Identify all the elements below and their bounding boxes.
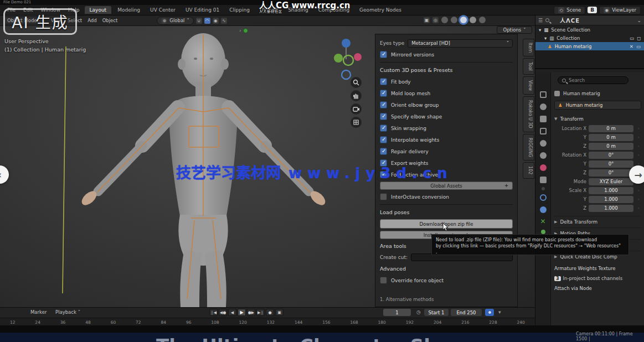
checkbox-checked-icon[interactable] bbox=[380, 90, 387, 97]
checkbox-checked-icon[interactable] bbox=[380, 51, 387, 58]
camera-view-icon[interactable] bbox=[351, 103, 362, 115]
workspace-tab[interactable]: Clipping bbox=[224, 6, 255, 14]
mirrored-checkbox-row[interactable]: Mirrored versions bbox=[380, 49, 513, 60]
keying-set-icon[interactable]: ▣ bbox=[275, 309, 284, 316]
snap-toggle-icon[interactable]: ◠ bbox=[204, 18, 210, 24]
properties-section-row[interactable]: ▶ Delta Transform bbox=[554, 216, 641, 227]
jump-start-icon[interactable]: ❘◀ bbox=[209, 309, 218, 316]
interoctave-checkbox-row[interactable]: InterOctave conversion bbox=[380, 191, 513, 203]
pose-checkbox-row[interactable]: Fit body bbox=[380, 76, 513, 87]
view-layer-icon[interactable] bbox=[540, 128, 547, 134]
transform-value-field[interactable]: 1.000 bbox=[589, 187, 633, 194]
current-frame-field[interactable]: 1 bbox=[383, 309, 411, 316]
frame-start-field[interactable]: Start 1 bbox=[424, 309, 449, 316]
transform-value-field[interactable]: 0° bbox=[589, 169, 633, 177]
sidebar-tab[interactable]: Rokoko U 3D bbox=[523, 96, 534, 132]
collapse-icon[interactable]: ▾ bbox=[498, 309, 501, 315]
prev-keyframe-icon[interactable]: ◀● bbox=[219, 309, 227, 316]
workspace-tab[interactable]: UV Center bbox=[145, 6, 181, 14]
play-reverse-icon[interactable]: ◀ bbox=[228, 309, 236, 316]
chevron-down-icon[interactable]: ⌄ bbox=[637, 18, 641, 23]
zoom-icon[interactable] bbox=[351, 77, 362, 88]
frame-end-field[interactable]: End 250 bbox=[451, 309, 482, 316]
transform-value-field[interactable]: 1.000 bbox=[589, 196, 633, 203]
scene-props-icon[interactable] bbox=[540, 140, 547, 147]
checkbox-checked-icon[interactable] bbox=[380, 159, 387, 167]
checkbox-unchecked-icon[interactable] bbox=[380, 277, 387, 284]
pose-checkbox-row[interactable]: Orient elbow group bbox=[380, 99, 513, 111]
outliner-row-selected[interactable]: ♟ Human metarig ✕ ▭ bbox=[535, 42, 644, 50]
filter-list-icon[interactable]: ☰ bbox=[538, 18, 543, 23]
pose-checkbox-row[interactable]: Mold loop mesh bbox=[380, 87, 513, 99]
navigation-gizmo[interactable] bbox=[331, 36, 362, 81]
auto-keyframe-toggle[interactable] bbox=[485, 309, 494, 316]
transform-value-field[interactable]: 0 m bbox=[589, 143, 633, 150]
blender-app-icon[interactable]: B bbox=[588, 7, 597, 13]
checkbox-icon[interactable]: ◻ bbox=[637, 35, 641, 41]
lock-icon[interactable]: ◦ bbox=[636, 126, 641, 131]
workspace-tab-layout[interactable]: Layout bbox=[85, 6, 112, 14]
perspective-grid-icon[interactable] bbox=[351, 117, 362, 128]
eyes-type-dropdown[interactable]: Metacarpal [HD] ˅ bbox=[408, 39, 513, 48]
physics-blue-icon[interactable] bbox=[540, 206, 547, 213]
lock-icon[interactable]: ◦ bbox=[636, 188, 641, 193]
marker-menu[interactable]: Marker bbox=[30, 309, 47, 315]
show-gizmo-icon[interactable]: ▣ bbox=[424, 17, 430, 23]
lock-icon[interactable]: ◦ bbox=[636, 144, 641, 149]
properties-breadcrumb[interactable]: Human metarig bbox=[554, 89, 641, 99]
proportional-edit-icon[interactable]: ◉ bbox=[213, 18, 219, 24]
sidebar-tab[interactable]: View bbox=[523, 76, 534, 95]
options-dropdown[interactable]: Options ˅ bbox=[497, 26, 532, 34]
transform-value-field[interactable]: 0 m bbox=[589, 125, 633, 132]
viewport-menu-item[interactable]: Object bbox=[100, 17, 121, 24]
global-assets-button[interactable]: Global Assets + bbox=[380, 182, 513, 190]
physics-red-icon[interactable] bbox=[540, 164, 547, 171]
viewport-menu-item[interactable]: Add bbox=[85, 17, 99, 24]
search-icon[interactable] bbox=[545, 18, 549, 22]
sidebar-tab[interactable]: 102 bbox=[523, 162, 534, 178]
override-checkbox-row[interactable]: Override force object bbox=[380, 274, 513, 286]
transform-value-field[interactable]: 0° bbox=[589, 160, 633, 168]
checkbox-checked-icon[interactable] bbox=[380, 113, 387, 120]
pan-hand-icon[interactable] bbox=[351, 90, 362, 101]
checkbox-checked-icon[interactable] bbox=[380, 136, 387, 143]
close-icon[interactable]: ✕ bbox=[630, 44, 633, 49]
record-icon[interactable]: ● bbox=[266, 309, 274, 316]
pose-checkbox-row[interactable]: Interpolate weights bbox=[380, 134, 513, 146]
transform-value-field[interactable]: 0 m bbox=[589, 134, 633, 141]
view-layer-selector[interactable]: ◉ ViewLayer bbox=[599, 6, 641, 14]
sidebar-tab[interactable]: RIGGING bbox=[523, 134, 534, 161]
screen-icon[interactable]: ▭ bbox=[636, 44, 641, 49]
pose-checkbox-row[interactable]: Fold action archive bbox=[380, 169, 513, 180]
lock-icon[interactable]: ◦ bbox=[636, 153, 641, 158]
checkbox-checked-icon[interactable] bbox=[380, 171, 387, 178]
humanoid-model[interactable] bbox=[53, 32, 354, 307]
output-props-icon[interactable] bbox=[540, 116, 547, 122]
object-name-field[interactable]: ♟ Human metarig bbox=[554, 101, 641, 110]
workspace-tab[interactable]: Modeling bbox=[112, 6, 145, 14]
workspace-tab[interactable]: Geometry Nodes bbox=[354, 6, 406, 14]
snap-magnet-icon[interactable]: ∪ bbox=[196, 18, 202, 24]
wireframe-shading-icon[interactable] bbox=[441, 17, 448, 23]
outliner-row-scene-collection[interactable]: ▾ ▦ Scene Collection bbox=[535, 25, 644, 34]
transform-value-field[interactable]: 1.000 bbox=[589, 205, 633, 212]
next-arrow-button[interactable]: → bbox=[629, 165, 644, 184]
solid-shading-icon[interactable] bbox=[451, 17, 457, 23]
playback-menu[interactable]: Playback ˅ bbox=[55, 309, 80, 315]
next-keyframe-icon[interactable]: ●▶ bbox=[247, 309, 255, 316]
checkbox-checked-icon[interactable] bbox=[380, 78, 387, 85]
operator-panel-toggle[interactable]: › bbox=[239, 28, 248, 33]
checkbox-unchecked-icon[interactable] bbox=[380, 193, 387, 200]
transform-value-field[interactable]: 0° bbox=[589, 152, 633, 159]
pose-checkbox-row[interactable]: Repair delivery bbox=[380, 146, 513, 157]
screen-icon[interactable]: ▭ bbox=[630, 35, 634, 41]
constraints-icon[interactable] bbox=[540, 194, 547, 201]
plus-icon[interactable]: + bbox=[504, 183, 508, 188]
object-props-icon[interactable] bbox=[540, 177, 547, 183]
xray-icon[interactable] bbox=[479, 17, 486, 23]
pose-checkbox-row[interactable]: Specify elbow shape bbox=[380, 111, 513, 122]
outliner-row-collection[interactable]: ▾ ▥ Collection ▭ ◻ bbox=[535, 34, 644, 42]
scene-selector[interactable]: ◇ Scene bbox=[554, 6, 585, 14]
transform-section-header[interactable]: ▼ Transform bbox=[554, 114, 641, 124]
checkbox-checked-icon[interactable] bbox=[380, 125, 387, 132]
